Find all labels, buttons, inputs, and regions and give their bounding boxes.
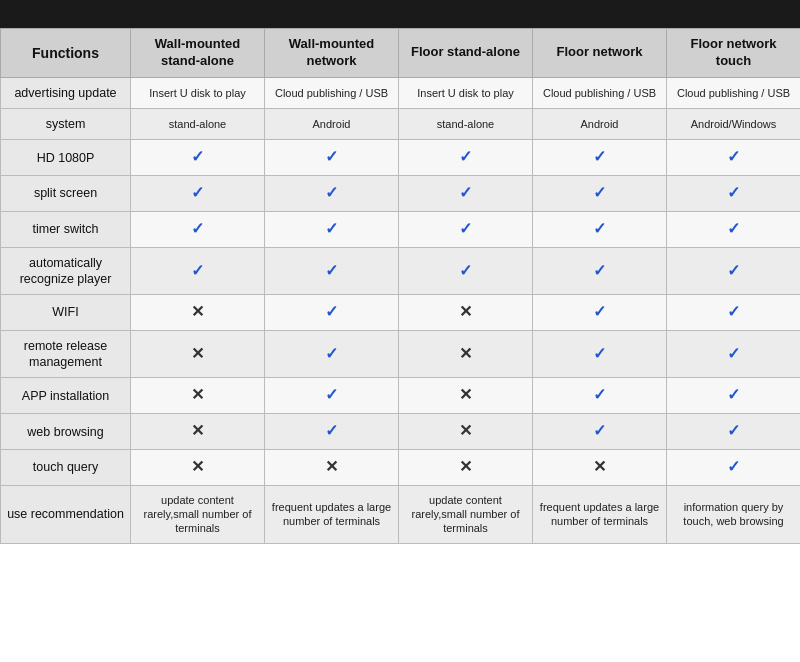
cell-9-2: ✕ bbox=[399, 414, 533, 450]
cell-9-0: ✕ bbox=[131, 414, 265, 450]
cell-10-1: ✕ bbox=[265, 450, 399, 486]
cell-6-3: ✓ bbox=[533, 295, 667, 331]
check-icon: ✓ bbox=[727, 184, 740, 201]
cell-8-4: ✓ bbox=[667, 378, 801, 414]
comparison-table: FunctionsWall-mounted stand-aloneWall-mo… bbox=[0, 28, 800, 544]
cell-0-2: Insert U disk to play bbox=[399, 77, 533, 108]
cell-7-2: ✕ bbox=[399, 330, 533, 378]
cell-7-4: ✓ bbox=[667, 330, 801, 378]
cell-8-0: ✕ bbox=[131, 378, 265, 414]
check-icon: ✓ bbox=[727, 386, 740, 403]
cross-icon: ✕ bbox=[459, 345, 472, 362]
func-label-8: APP installation bbox=[1, 378, 131, 414]
cell-11-4: information query by touch, web browsing bbox=[667, 485, 801, 543]
check-icon: ✓ bbox=[191, 220, 204, 237]
cell-1-3: Android bbox=[533, 109, 667, 140]
cross-icon: ✕ bbox=[191, 345, 204, 362]
cross-icon: ✕ bbox=[459, 458, 472, 475]
cell-4-4: ✓ bbox=[667, 211, 801, 247]
col-header-floor_network: Floor network bbox=[533, 29, 667, 78]
cell-7-0: ✕ bbox=[131, 330, 265, 378]
func-label-0: advertising update bbox=[1, 77, 131, 108]
cell-4-1: ✓ bbox=[265, 211, 399, 247]
cell-4-0: ✓ bbox=[131, 211, 265, 247]
cell-2-4: ✓ bbox=[667, 140, 801, 176]
cell-6-2: ✕ bbox=[399, 295, 533, 331]
table-row: advertising updateInsert U disk to playC… bbox=[1, 77, 801, 108]
cell-3-3: ✓ bbox=[533, 176, 667, 212]
cell-0-4: Cloud publishing / USB bbox=[667, 77, 801, 108]
check-icon: ✓ bbox=[593, 386, 606, 403]
check-icon: ✓ bbox=[325, 262, 338, 279]
table-row: use recommendationupdate content rarely,… bbox=[1, 485, 801, 543]
check-icon: ✓ bbox=[191, 184, 204, 201]
cell-10-4: ✓ bbox=[667, 450, 801, 486]
cell-10-3: ✕ bbox=[533, 450, 667, 486]
col-header-functions: Functions bbox=[1, 29, 131, 78]
cell-6-4: ✓ bbox=[667, 295, 801, 331]
cell-1-2: stand-alone bbox=[399, 109, 533, 140]
check-icon: ✓ bbox=[727, 262, 740, 279]
func-label-7: remote release management bbox=[1, 330, 131, 378]
table-row: automatically recognize player✓✓✓✓✓ bbox=[1, 247, 801, 295]
cell-9-1: ✓ bbox=[265, 414, 399, 450]
table-row: WIFI✕✓✕✓✓ bbox=[1, 295, 801, 331]
check-icon: ✓ bbox=[325, 148, 338, 165]
cell-8-1: ✓ bbox=[265, 378, 399, 414]
cell-11-1: frequent updates a large number of termi… bbox=[265, 485, 399, 543]
cell-1-1: Android bbox=[265, 109, 399, 140]
check-icon: ✓ bbox=[593, 148, 606, 165]
cross-icon: ✕ bbox=[459, 303, 472, 320]
check-icon: ✓ bbox=[727, 458, 740, 475]
cell-1-0: stand-alone bbox=[131, 109, 265, 140]
cell-11-2: update content rarely,small number of te… bbox=[399, 485, 533, 543]
cell-7-3: ✓ bbox=[533, 330, 667, 378]
func-label-9: web browsing bbox=[1, 414, 131, 450]
cell-6-1: ✓ bbox=[265, 295, 399, 331]
col-header-floor_standalone: Floor stand-alone bbox=[399, 29, 533, 78]
table-row: split screen✓✓✓✓✓ bbox=[1, 176, 801, 212]
page-wrapper: FunctionsWall-mounted stand-aloneWall-mo… bbox=[0, 0, 800, 662]
table-row: remote release management✕✓✕✓✓ bbox=[1, 330, 801, 378]
check-icon: ✓ bbox=[191, 148, 204, 165]
cell-1-4: Android/Windows bbox=[667, 109, 801, 140]
check-icon: ✓ bbox=[593, 262, 606, 279]
cell-4-2: ✓ bbox=[399, 211, 533, 247]
cell-11-0: update content rarely,small number of te… bbox=[131, 485, 265, 543]
func-label-10: touch query bbox=[1, 450, 131, 486]
table-row: HD 1080P✓✓✓✓✓ bbox=[1, 140, 801, 176]
func-label-2: HD 1080P bbox=[1, 140, 131, 176]
check-icon: ✓ bbox=[459, 184, 472, 201]
table-row: systemstand-aloneAndroidstand-aloneAndro… bbox=[1, 109, 801, 140]
cell-5-2: ✓ bbox=[399, 247, 533, 295]
check-icon: ✓ bbox=[459, 220, 472, 237]
check-icon: ✓ bbox=[593, 345, 606, 362]
col-header-floor_touch: Floor network touch bbox=[667, 29, 801, 78]
check-icon: ✓ bbox=[459, 262, 472, 279]
cell-5-4: ✓ bbox=[667, 247, 801, 295]
func-label-11: use recommendation bbox=[1, 485, 131, 543]
cell-5-0: ✓ bbox=[131, 247, 265, 295]
check-icon: ✓ bbox=[459, 148, 472, 165]
col-header-wall_network: Wall-mounted network bbox=[265, 29, 399, 78]
cell-2-3: ✓ bbox=[533, 140, 667, 176]
cell-5-3: ✓ bbox=[533, 247, 667, 295]
cross-icon: ✕ bbox=[325, 458, 338, 475]
cell-3-4: ✓ bbox=[667, 176, 801, 212]
cross-icon: ✕ bbox=[191, 386, 204, 403]
check-icon: ✓ bbox=[727, 303, 740, 320]
cross-icon: ✕ bbox=[459, 422, 472, 439]
table-row: web browsing✕✓✕✓✓ bbox=[1, 414, 801, 450]
func-label-1: system bbox=[1, 109, 131, 140]
cell-10-0: ✕ bbox=[131, 450, 265, 486]
func-label-5: automatically recognize player bbox=[1, 247, 131, 295]
table-row: timer switch✓✓✓✓✓ bbox=[1, 211, 801, 247]
check-icon: ✓ bbox=[593, 220, 606, 237]
cell-9-3: ✓ bbox=[533, 414, 667, 450]
cell-0-3: Cloud publishing / USB bbox=[533, 77, 667, 108]
check-icon: ✓ bbox=[727, 422, 740, 439]
table-row: APP installation✕✓✕✓✓ bbox=[1, 378, 801, 414]
cell-3-0: ✓ bbox=[131, 176, 265, 212]
cross-icon: ✕ bbox=[191, 458, 204, 475]
cell-2-0: ✓ bbox=[131, 140, 265, 176]
